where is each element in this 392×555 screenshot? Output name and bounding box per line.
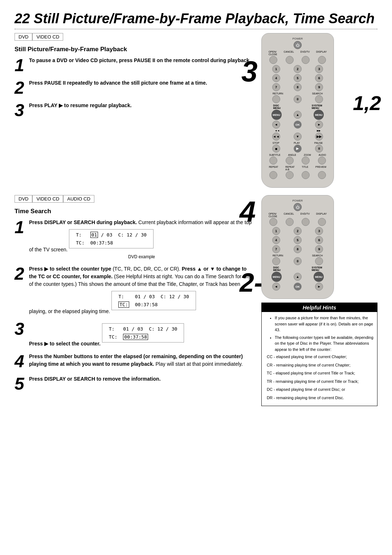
open-close-button[interactable] xyxy=(269,56,277,64)
tab-dvd[interactable]: DVD xyxy=(15,33,32,41)
remote-2: POWER ⏻ OPEN/CLOSE CANCEL DVD/TV DISPLAY xyxy=(261,195,334,299)
disc-menu-button-2[interactable]: MENU xyxy=(271,272,282,282)
step-num-2: 2 xyxy=(15,79,25,97)
num-6[interactable]: 6 xyxy=(315,74,323,82)
disc-menu-button[interactable]: MENU xyxy=(271,110,282,120)
nav-down-button[interactable]: ▼ xyxy=(294,133,302,141)
step2-3-content: Press ▶ to select the counter. T: 01 / 0… xyxy=(29,320,254,348)
nav-up-button-2[interactable]: ▲ xyxy=(294,273,302,281)
system-menu-button[interactable]: MENU xyxy=(314,110,324,120)
cancel-button[interactable] xyxy=(286,56,294,64)
num-0[interactable]: 0 xyxy=(294,95,302,103)
nav-left-button[interactable]: ◄ xyxy=(272,121,280,129)
tab2-audiocd[interactable]: AUDIO CD xyxy=(63,195,94,203)
repeat-ab-button[interactable] xyxy=(286,171,294,179)
display-label: DISPLAY xyxy=(316,50,327,56)
hint-4: CR - remaining playing time of current C… xyxy=(265,362,373,368)
audio-button[interactable] xyxy=(318,157,326,165)
stop-label: STOP xyxy=(273,142,279,144)
cancel-button-2[interactable] xyxy=(286,218,294,226)
num-9[interactable]: 9 xyxy=(315,83,323,91)
display-button[interactable] xyxy=(318,56,326,64)
dvdtv-button[interactable] xyxy=(302,56,310,64)
num-8[interactable]: 8 xyxy=(294,83,302,91)
nav-up-button[interactable]: ▲ xyxy=(294,111,302,119)
tab2-videocd[interactable]: VIDEO CD xyxy=(32,195,63,203)
step-3: 3 Press PLAY ▶ to resume regular playbac… xyxy=(15,102,254,119)
page-title: 22 Still Picture/Frame-by-Frame Playback… xyxy=(15,11,377,27)
power-button-2[interactable]: ⏻ xyxy=(294,203,302,211)
step2-2-content: Press ▶ to select the counter type (TC, … xyxy=(29,265,254,315)
display-3: T: 01 / 03 C: 12 / 30 TC: 00:37:58 xyxy=(102,323,184,343)
nav-left-button-2[interactable]: ◄ xyxy=(272,283,280,291)
num-4[interactable]: 4 xyxy=(272,74,280,82)
remote-1: POWER ⏻ OPEN/CLOSE CANCEL DVD/TV DISPLAY… xyxy=(261,33,334,188)
num-2[interactable]: 2 xyxy=(294,65,302,73)
display-1-caption: DVD example xyxy=(29,254,254,260)
preview-button[interactable] xyxy=(318,171,326,179)
step-indicator-3: 3 xyxy=(241,55,258,88)
ok-button[interactable]: OK xyxy=(294,121,302,129)
preview-label: PREVIEW xyxy=(315,166,326,171)
num2-6[interactable]: 6 xyxy=(315,236,323,244)
nav-right-button-2[interactable]: ► xyxy=(315,283,323,291)
num2-3[interactable]: 3 xyxy=(315,227,323,235)
return-button-2[interactable] xyxy=(272,257,280,265)
search-button[interactable] xyxy=(315,95,323,103)
return-button[interactable] xyxy=(272,95,280,103)
return-label: RETURN xyxy=(273,92,283,95)
tab-videocd[interactable]: VIDEO CD xyxy=(32,33,63,41)
step2-1: 1 Press DISPLAY or SEARCH during playbac… xyxy=(15,219,254,260)
display-button-2[interactable] xyxy=(318,218,326,226)
num2-5[interactable]: 5 xyxy=(294,236,302,244)
step2-5-content: Press DISPLAY or SEARCH to remove the in… xyxy=(29,375,254,383)
step2-5: 5 Press DISPLAY or SEARCH to remove the … xyxy=(15,375,254,393)
fast-forward-button[interactable]: ▶▶ xyxy=(315,133,323,141)
search-label-2: SEARCH xyxy=(312,254,323,257)
step-2-content: Press PAUSE II repeatedly to advance the… xyxy=(29,79,254,87)
angle-button[interactable] xyxy=(286,157,294,165)
zoom-button[interactable] xyxy=(302,157,310,165)
section-divider xyxy=(15,29,377,29)
step2-4: 4 Press the Number buttons to enter the … xyxy=(15,353,254,370)
display-2: T: 01 / 03 C: 12 / 30 TC: 00:37:58 xyxy=(111,291,196,310)
num2-7[interactable]: 7 xyxy=(272,245,280,253)
play-button[interactable]: ▶ xyxy=(294,145,302,153)
title-button[interactable] xyxy=(302,171,310,179)
search-button-2[interactable] xyxy=(315,257,323,265)
nav-right-button[interactable]: ► xyxy=(315,121,323,129)
num-3[interactable]: 3 xyxy=(315,65,323,73)
play-label: PLAY xyxy=(294,142,300,144)
rewind-button[interactable]: ◄◄ xyxy=(272,133,280,141)
num2-8[interactable]: 8 xyxy=(294,245,302,253)
num2-2[interactable]: 2 xyxy=(294,227,302,235)
num-1[interactable]: 1 xyxy=(272,65,280,73)
hint-6: TR - remaining playing time of current T… xyxy=(265,378,373,385)
num2-1[interactable]: 1 xyxy=(272,227,280,235)
system-menu-label: SYSTEMMENU xyxy=(312,104,322,109)
step-indicator-12: 1,2 xyxy=(353,91,381,115)
num-5[interactable]: 5 xyxy=(294,74,302,82)
step-3-content: Press PLAY ▶ to resume regular playback. xyxy=(29,102,254,109)
step-1: 1 To pause a DVD or Video CD picture, pr… xyxy=(15,57,254,74)
ok-button-2[interactable]: OK xyxy=(294,283,302,291)
return-label-2: RETURN xyxy=(273,254,283,257)
dvdtv-label-2: DVD/TV xyxy=(301,212,310,218)
stop-button[interactable]: ■ xyxy=(272,145,280,153)
helpful-hints-body: If you pause a picture for more than fiv… xyxy=(262,312,377,406)
step-num-3: 3 xyxy=(15,102,25,119)
dvdtv-button-2[interactable] xyxy=(302,218,310,226)
tab2-dvd[interactable]: DVD xyxy=(15,195,32,203)
num2-4[interactable]: 4 xyxy=(272,236,280,244)
step2-4-content: Press the Number buttons to enter the el… xyxy=(29,353,254,368)
num2-0[interactable]: 0 xyxy=(294,257,302,265)
step-2: 2 Press PAUSE II repeatedly to advance t… xyxy=(15,79,254,97)
num-7[interactable]: 7 xyxy=(272,83,280,91)
repeat-button[interactable] xyxy=(269,171,277,179)
pause-button[interactable]: II xyxy=(315,145,323,153)
system-menu-button-2[interactable]: MENU xyxy=(314,272,324,282)
open-close-button-2[interactable] xyxy=(269,218,277,226)
num2-9[interactable]: 9 xyxy=(315,245,323,253)
subtitle-button[interactable] xyxy=(269,157,277,165)
power-button[interactable]: ⏻ xyxy=(294,41,302,49)
